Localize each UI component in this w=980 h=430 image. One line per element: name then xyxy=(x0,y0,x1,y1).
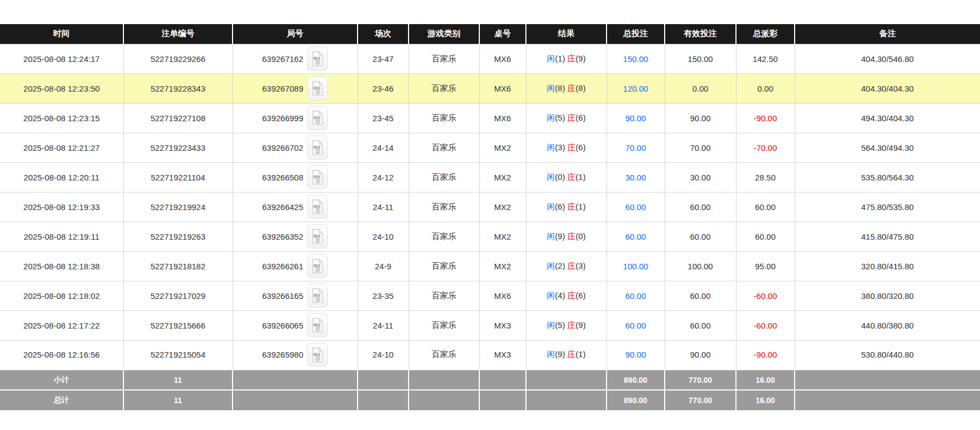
result-banker-score: (0) xyxy=(576,231,586,241)
result-banker-label: 庄 xyxy=(568,172,576,182)
result-player-score: (0) xyxy=(555,172,568,182)
cell-game_no: 639266702 xyxy=(233,133,358,162)
cell-result: 闲(3) 庄(6) xyxy=(526,133,607,162)
video-file-icon xyxy=(311,229,324,244)
cell-result: 闲(4) 庄(6) xyxy=(526,281,607,310)
cell-total_bet: 60.00 xyxy=(607,281,665,310)
cell-game_type: 百家乐 xyxy=(409,73,479,103)
footer-cell-payout: 16.00 xyxy=(736,390,795,410)
cell-table_no: MX2 xyxy=(479,192,526,222)
cell-session: 24-11 xyxy=(358,192,409,222)
cell-session: 24-14 xyxy=(358,133,409,162)
cell-table_no: MX6 xyxy=(479,44,526,73)
result-banker-score: (6) xyxy=(576,113,586,122)
result-banker-score: (3) xyxy=(576,261,586,270)
result-banker-label: 庄 xyxy=(568,113,576,122)
game-number-group: 639267162 xyxy=(262,47,328,71)
cell-result: 闲(9) 庄(1) xyxy=(526,340,607,370)
video-replay-button[interactable] xyxy=(307,135,328,160)
footer-cell-result xyxy=(526,390,607,410)
cell-table_no: MX3 xyxy=(479,340,526,370)
result-player-label: 闲 xyxy=(547,172,555,182)
cell-remark: 494.30/404.30 xyxy=(795,103,980,133)
video-replay-button[interactable] xyxy=(307,76,328,100)
footer-cell-game_type xyxy=(409,370,479,390)
result-player-label: 闲 xyxy=(547,113,555,122)
cell-game_no: 639265980 xyxy=(233,340,358,370)
footer-count: 11 xyxy=(123,390,233,410)
footer-cell-session xyxy=(358,370,409,390)
result-player-score: (5) xyxy=(555,113,568,122)
result-player-label: 闲 xyxy=(547,231,555,241)
cell-payout: 28.50 xyxy=(736,162,795,192)
page-content: 时间注单编号局号场次游戏类别桌号结果总投注有效投注总派彩备注 2025-08-0… xyxy=(0,0,980,410)
cell-session: 24-9 xyxy=(358,251,409,281)
cell-time: 2025-08-08 12:17:22 xyxy=(0,310,123,340)
table-header-row: 时间注单编号局号场次游戏类别桌号结果总投注有效投注总派彩备注 xyxy=(0,24,980,44)
game-number: 639266999 xyxy=(262,114,303,123)
video-replay-button[interactable] xyxy=(307,224,328,248)
cell-payout: 0.00 xyxy=(736,73,795,103)
video-file-icon xyxy=(311,199,324,214)
video-replay-button[interactable] xyxy=(307,343,328,367)
cell-payout: -90.00 xyxy=(736,103,795,133)
video-replay-button[interactable] xyxy=(307,254,328,278)
cell-valid_bet: 60.00 xyxy=(665,281,736,310)
video-replay-button[interactable] xyxy=(307,165,328,189)
cell-time: 2025-08-08 12:18:38 xyxy=(0,251,123,281)
result-banker-label: 庄 xyxy=(568,143,576,152)
cell-bet_id: 522719215054 xyxy=(123,340,233,370)
result-banker-label: 庄 xyxy=(568,261,576,270)
game-number: 639266702 xyxy=(262,143,303,152)
result-player-label: 闲 xyxy=(547,291,555,300)
cell-payout: -60.00 xyxy=(736,281,795,310)
table-header: 时间注单编号局号场次游戏类别桌号结果总投注有效投注总派彩备注 xyxy=(0,24,980,44)
game-number-group: 639266508 xyxy=(262,165,328,189)
footer-cell-game_type xyxy=(409,390,479,410)
cell-session: 23-46 xyxy=(358,73,409,103)
cell-game_no: 639266165 xyxy=(233,281,358,310)
video-replay-button[interactable] xyxy=(307,47,328,71)
cell-table_no: MX2 xyxy=(479,251,526,281)
result-banker-score: (9) xyxy=(576,54,586,63)
cell-table_no: MX2 xyxy=(479,133,526,162)
cell-game_type: 百家乐 xyxy=(409,222,479,251)
cell-valid_bet: 150.00 xyxy=(665,44,736,73)
video-file-icon xyxy=(311,81,324,96)
footer-count: 11 xyxy=(123,370,233,390)
game-number-group: 639265980 xyxy=(262,343,328,367)
game-number: 639266352 xyxy=(262,232,303,241)
cell-table_no: MX2 xyxy=(479,222,526,251)
cell-remark: 415.80/475.80 xyxy=(795,222,980,251)
result-banker-score: (9) xyxy=(576,320,586,330)
result-player-score: (3) xyxy=(555,143,568,152)
cell-result: 闲(1) 庄(9) xyxy=(526,44,607,73)
footer-cell-valid_bet: 770.00 xyxy=(665,390,736,410)
game-number: 639266425 xyxy=(262,202,303,212)
result-player-label: 闲 xyxy=(547,320,555,330)
header-cell-result: 结果 xyxy=(526,24,607,44)
cell-time: 2025-08-08 12:21:27 xyxy=(0,133,123,162)
cell-total_bet: 30.00 xyxy=(607,162,665,192)
video-replay-button[interactable] xyxy=(307,284,328,308)
cell-payout: 60.00 xyxy=(736,192,795,222)
cell-game_type: 百家乐 xyxy=(409,310,479,340)
table-footer: 小计11890.00770.0016.00总计11890.00770.0016.… xyxy=(0,370,980,410)
result-player-score: (5) xyxy=(555,320,568,330)
table-row: 2025-08-08 12:24:17522719229266639267162… xyxy=(0,44,980,73)
result-banker-score: (1) xyxy=(576,202,586,211)
cell-valid_bet: 60.00 xyxy=(665,192,736,222)
video-replay-button[interactable] xyxy=(307,106,328,130)
cell-bet_id: 522719215666 xyxy=(123,310,233,340)
cell-time: 2025-08-08 12:24:17 xyxy=(0,44,123,73)
game-number: 639266165 xyxy=(262,291,303,301)
cell-total_bet: 60.00 xyxy=(607,222,665,251)
header-cell-game_no: 局号 xyxy=(233,24,358,44)
cell-game_type: 百家乐 xyxy=(409,281,479,310)
cell-session: 24-12 xyxy=(358,162,409,192)
video-replay-button[interactable] xyxy=(307,195,328,219)
game-number-group: 639266165 xyxy=(262,284,328,308)
cell-time: 2025-08-08 12:23:50 xyxy=(0,73,123,103)
cell-table_no: MX2 xyxy=(479,162,526,192)
video-replay-button[interactable] xyxy=(307,313,328,337)
